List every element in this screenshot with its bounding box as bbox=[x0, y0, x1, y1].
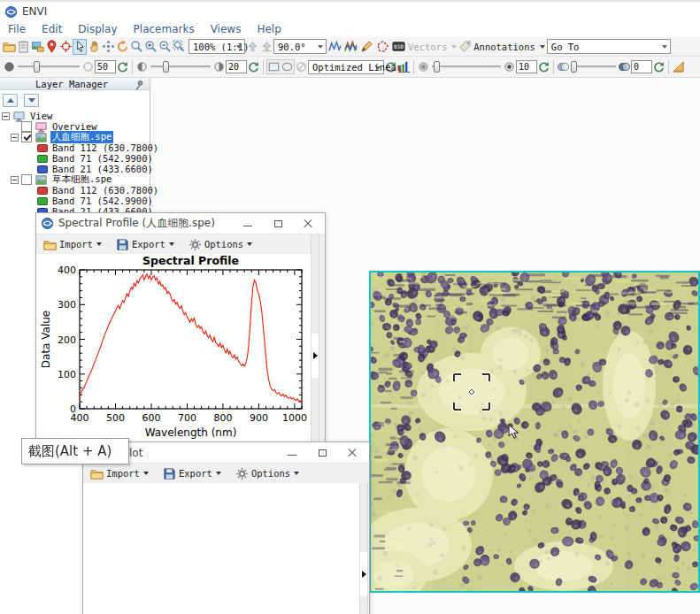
refresh-icon[interactable] bbox=[537, 60, 550, 73]
expand-all-button[interactable] bbox=[24, 94, 39, 107]
menu-views[interactable]: Views bbox=[203, 23, 250, 35]
band-row[interactable]: Band 71 (542.9900) bbox=[0, 153, 150, 164]
brightness-low-icon bbox=[3, 60, 16, 73]
multi-profile-button[interactable] bbox=[343, 39, 358, 55]
stretch-ellipse-icon[interactable] bbox=[281, 60, 294, 73]
menu-edit[interactable]: Edit bbox=[34, 23, 70, 35]
chevron-down-icon bbox=[375, 66, 381, 70]
contrast-slider-thumb[interactable] bbox=[163, 61, 169, 73]
chevron-down-icon bbox=[96, 242, 102, 246]
svg-text:600: 600 bbox=[142, 412, 161, 424]
visibility-checkbox[interactable] bbox=[21, 121, 32, 132]
refresh-icon[interactable] bbox=[116, 60, 129, 73]
band-row[interactable]: Band 71 (542.9900) bbox=[0, 196, 150, 206]
collapse-all-button[interactable] bbox=[3, 94, 18, 107]
maximize-button[interactable] bbox=[263, 213, 293, 234]
binary-button[interactable]: 010 bbox=[391, 39, 405, 55]
select-tool[interactable] bbox=[73, 39, 87, 55]
transparency-slider[interactable] bbox=[572, 65, 616, 68]
svg-text:800: 800 bbox=[213, 412, 232, 424]
microscopy-image[interactable] bbox=[371, 272, 698, 591]
stretch-shape-group bbox=[266, 59, 295, 74]
annotations-dropdown[interactable]: Annotations bbox=[472, 42, 547, 52]
layer-row[interactable]: 人血细胞.spe bbox=[0, 132, 150, 142]
import-menu[interactable]: Import bbox=[90, 467, 149, 480]
menu-placemarks[interactable]: Placemarks bbox=[126, 23, 203, 35]
sharpen-slider[interactable] bbox=[432, 65, 501, 68]
zoom-fit-tool[interactable] bbox=[172, 39, 186, 55]
plot-key-expander[interactable] bbox=[360, 552, 367, 596]
rotate-tool[interactable] bbox=[115, 39, 129, 55]
layer-row[interactable]: View bbox=[0, 111, 150, 121]
transparency-slider-thumb[interactable] bbox=[571, 61, 577, 73]
menu-help[interactable]: Help bbox=[249, 23, 288, 35]
pen-button[interactable] bbox=[359, 39, 373, 55]
placemark-icon bbox=[45, 40, 58, 53]
screenshot-tooltip: 截图(Alt + A) bbox=[21, 438, 129, 464]
placemark-tool[interactable] bbox=[44, 39, 58, 55]
layer-tree: ViewOverview人血细胞.speBand 112 (630.7800)B… bbox=[0, 109, 150, 217]
export-menu[interactable]: Export bbox=[163, 467, 221, 480]
image-display-view[interactable] bbox=[369, 271, 700, 593]
layer-manager-header[interactable]: Layer Manager bbox=[0, 78, 150, 90]
transparency-input[interactable] bbox=[631, 60, 652, 73]
expander-minus-icon[interactable] bbox=[11, 176, 19, 184]
layer-row[interactable]: 草本细胞.spe bbox=[0, 174, 150, 185]
zoom-tool[interactable] bbox=[129, 39, 143, 55]
visibility-checkbox[interactable] bbox=[21, 174, 32, 185]
sharpen-slider-thumb[interactable] bbox=[434, 61, 440, 73]
ruler-icon[interactable] bbox=[672, 60, 685, 73]
rotation-combo[interactable]: 90.0° bbox=[273, 39, 327, 54]
contrast-slider[interactable] bbox=[150, 65, 211, 68]
import-menu[interactable]: Import bbox=[43, 238, 102, 251]
menu-display[interactable]: Display bbox=[70, 23, 125, 35]
close-button[interactable] bbox=[293, 213, 323, 234]
open-tool[interactable] bbox=[2, 39, 16, 55]
visibility-checkbox[interactable] bbox=[21, 132, 32, 142]
stretch-combo[interactable]: Optimized Linear bbox=[308, 60, 384, 74]
options-menu[interactable]: Options bbox=[235, 467, 299, 480]
pin-icon[interactable] bbox=[132, 79, 145, 92]
export-menu[interactable]: Export bbox=[116, 238, 174, 251]
zoom-out-tool[interactable] bbox=[158, 39, 172, 55]
expander-minus-icon[interactable] bbox=[2, 112, 10, 120]
pan-tool[interactable] bbox=[87, 39, 101, 55]
spectral-window-titlebar[interactable]: Spectral Profile (人血细胞.spe) bbox=[36, 213, 325, 234]
band-color-swatch bbox=[37, 197, 48, 205]
expander-minus-icon[interactable] bbox=[11, 134, 19, 142]
goto-combo-value: Go To bbox=[551, 42, 580, 52]
contrast-high-icon bbox=[212, 60, 226, 73]
spectral-profile-button[interactable] bbox=[327, 39, 342, 55]
minimize-button[interactable] bbox=[233, 213, 263, 234]
separator bbox=[263, 60, 264, 74]
crosshair-tool[interactable] bbox=[58, 39, 73, 55]
plot-key-scrollbar[interactable] bbox=[359, 483, 368, 614]
maximize-button[interactable] bbox=[307, 442, 337, 464]
contrast-input[interactable] bbox=[226, 60, 247, 73]
roi-button[interactable] bbox=[375, 39, 389, 55]
brightness-slider[interactable] bbox=[18, 65, 80, 68]
close-button[interactable] bbox=[337, 442, 367, 464]
plot-key-expander[interactable] bbox=[312, 334, 319, 378]
refresh-icon[interactable] bbox=[652, 60, 665, 73]
zoom-combo[interactable]: 100% (1:1) bbox=[188, 39, 245, 54]
band-row[interactable]: Band 112 (630.7800) bbox=[0, 185, 150, 196]
band-row[interactable]: Band 112 (630.7800) bbox=[0, 142, 150, 153]
view-up2-button[interactable] bbox=[259, 39, 273, 55]
zoom-in-tool[interactable] bbox=[143, 39, 158, 55]
refresh-icon[interactable] bbox=[247, 60, 260, 73]
menu-file[interactable]: File bbox=[0, 23, 34, 35]
sharpen-input[interactable] bbox=[516, 60, 537, 73]
brightness-slider-thumb[interactable] bbox=[34, 61, 40, 73]
fly-tool[interactable] bbox=[101, 39, 115, 55]
plot-key-scrollbar[interactable] bbox=[311, 234, 319, 449]
vectors-dropdown[interactable]: Vectors bbox=[406, 42, 458, 52]
no-stretch-icon[interactable] bbox=[295, 60, 308, 73]
clipboard-tool[interactable] bbox=[16, 39, 30, 55]
data-manager-tool[interactable] bbox=[30, 39, 44, 55]
minimize-button[interactable] bbox=[277, 442, 307, 464]
brightness-input[interactable] bbox=[95, 60, 116, 73]
options-menu[interactable]: Options bbox=[188, 238, 252, 251]
stretch-rect-icon[interactable] bbox=[267, 60, 281, 73]
goto-combo[interactable]: Go To bbox=[547, 39, 671, 54]
